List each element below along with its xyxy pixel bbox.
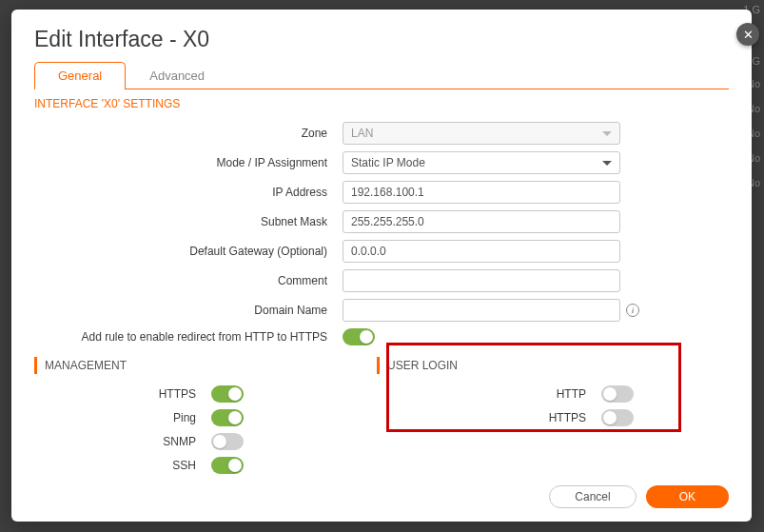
comment-input-field[interactable]: [351, 274, 612, 287]
tab-general[interactable]: General: [34, 62, 126, 89]
subnet-input-field[interactable]: [351, 215, 612, 228]
zone-label: Zone: [34, 127, 343, 140]
mgmt-https-label: HTTPS: [34, 387, 211, 401]
gateway-label: Default Gateway (Optional): [34, 245, 343, 258]
mode-value: Static IP Mode: [351, 156, 425, 169]
section-title: INTERFACE 'X0' SETTINGS: [34, 97, 729, 110]
gateway-input[interactable]: [343, 240, 620, 263]
info-icon[interactable]: i: [626, 304, 639, 317]
ip-input[interactable]: [343, 181, 620, 204]
mgmt-ping-label: Ping: [34, 411, 211, 424]
domain-label: Domain Name: [34, 304, 343, 317]
domain-input-field[interactable]: [351, 304, 612, 317]
mgmt-snmp-toggle[interactable]: [211, 433, 244, 450]
redirect-toggle[interactable]: [343, 328, 375, 345]
login-https-label: HTTPS: [377, 411, 601, 424]
subnet-input[interactable]: [343, 210, 620, 233]
chevron-down-icon: [602, 131, 612, 136]
comment-label: Comment: [34, 274, 343, 287]
management-title: MANAGEMENT: [34, 357, 377, 374]
dialog-title: Edit Interface - X0: [34, 27, 729, 52]
ip-label: IP Address: [34, 186, 343, 199]
gateway-input-field[interactable]: [351, 245, 612, 258]
redirect-label: Add rule to enable redirect from HTTP to…: [34, 330, 343, 344]
mgmt-https-toggle[interactable]: [211, 385, 244, 403]
login-http-label: HTTP: [377, 387, 601, 401]
mgmt-ssh-toggle[interactable]: [211, 457, 244, 474]
mode-select[interactable]: Static IP Mode: [343, 151, 620, 174]
mgmt-ssh-label: SSH: [34, 459, 211, 472]
tab-bar: General Advanced: [34, 62, 729, 89]
zone-select[interactable]: LAN: [343, 122, 620, 145]
cancel-button[interactable]: Cancel: [549, 485, 636, 508]
ip-input-field[interactable]: [351, 186, 612, 199]
login-http-toggle[interactable]: [601, 385, 634, 403]
chevron-down-icon: [602, 161, 612, 166]
ok-button[interactable]: OK: [646, 485, 729, 508]
tab-advanced[interactable]: Advanced: [126, 62, 228, 89]
edit-interface-dialog: Edit Interface - X0 General Advanced INT…: [11, 10, 752, 522]
close-button[interactable]: [736, 23, 759, 46]
login-https-toggle[interactable]: [601, 409, 634, 426]
mode-label: Mode / IP Assignment: [34, 156, 343, 169]
comment-input[interactable]: [343, 269, 620, 292]
subnet-label: Subnet Mask: [34, 215, 343, 228]
mgmt-ping-toggle[interactable]: [211, 409, 244, 426]
zone-value: LAN: [351, 127, 373, 140]
domain-input[interactable]: [343, 299, 620, 322]
user-login-title: USER LOGIN: [377, 357, 729, 374]
mgmt-snmp-label: SNMP: [34, 435, 211, 448]
